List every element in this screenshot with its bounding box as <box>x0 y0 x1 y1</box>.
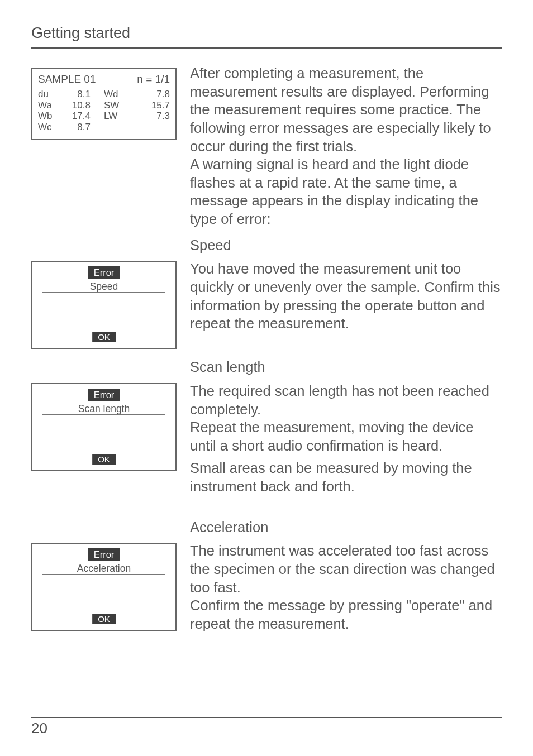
sample-col-value-left: 8.1 10.8 17.4 8.7 <box>60 89 91 132</box>
error-divider <box>42 574 165 575</box>
sample-cell: 17.4 <box>60 111 91 122</box>
sample-col-label-right: Wd SW LW <box>104 89 126 132</box>
page-header-title: Getting started <box>31 25 502 42</box>
sample-display: SAMPLE 01 n = 1/1 du Wa Wb Wc 8.1 10.8 <box>31 68 177 140</box>
error-badge: Error <box>88 266 120 279</box>
row-scanlength-title: Scan length <box>31 352 502 380</box>
sample-cell: du <box>38 89 60 100</box>
sample-cell: 15.7 <box>126 100 170 111</box>
sample-cell: Wb <box>38 111 60 122</box>
sample-grid: du Wa Wb Wc 8.1 10.8 17.4 8.7 <box>38 89 170 132</box>
speed-paragraph: You have moved the measurement unit too … <box>190 260 502 333</box>
sample-cell: 8.7 <box>60 122 91 133</box>
page-number: 20 <box>31 720 47 737</box>
sample-col-value-right: 7.8 15.7 7.3 <box>126 89 170 132</box>
row-acceleration-title: Acceleration <box>31 513 502 540</box>
error-badge: Error <box>88 389 120 401</box>
sample-col-gap <box>91 89 104 132</box>
acceleration-paragraph: The instrument was accelerated too fast … <box>190 542 502 633</box>
sample-cell: Wa <box>38 100 60 111</box>
sample-col-label-left: du Wa Wb Wc <box>38 89 60 132</box>
left-col-speed-dialog: Error Speed OK <box>31 260 177 349</box>
row-intro: SAMPLE 01 n = 1/1 du Wa Wb Wc 8.1 10.8 <box>31 64 502 228</box>
row-speed: Error Speed OK You have moved the measur… <box>31 260 502 349</box>
sample-cell: Wc <box>38 122 60 133</box>
error-type-label: Acceleration <box>32 563 175 575</box>
error-dialog-scanlength: Error Scan length OK <box>31 383 177 471</box>
footer-rule <box>31 717 502 718</box>
ok-badge: OK <box>92 614 116 624</box>
scan-length-title: Scan length <box>190 358 502 376</box>
sample-title: SAMPLE 01 <box>38 73 96 85</box>
sample-cell: 7.3 <box>126 111 170 122</box>
intro-paragraph: After completing a measurement, the meas… <box>190 64 502 228</box>
error-divider <box>42 292 165 293</box>
sample-cell: 8.1 <box>60 89 91 100</box>
sample-title-row: SAMPLE 01 n = 1/1 <box>38 73 170 85</box>
scan-length-paragraph-1: The required scan length has not been re… <box>190 382 502 455</box>
error-dialog-speed: Error Speed OK <box>31 261 177 349</box>
error-type-label: Speed <box>32 281 175 293</box>
sample-cell: LW <box>104 111 126 122</box>
page: Getting started SAMPLE 01 n = 1/1 du Wa … <box>0 0 533 756</box>
row-speed-title: Speed <box>31 231 502 258</box>
sample-cell: 10.8 <box>60 100 91 111</box>
content-area: SAMPLE 01 n = 1/1 du Wa Wb Wc 8.1 10.8 <box>31 64 502 633</box>
ok-badge: OK <box>92 454 116 465</box>
scan-length-paragraphs: The required scan length has not been re… <box>190 382 502 496</box>
sample-cell: SW <box>104 100 126 111</box>
sample-n-label: n = 1/1 <box>137 73 170 85</box>
row-scanlength: Error Scan length OK The required scan l… <box>31 382 502 496</box>
left-col-sample: SAMPLE 01 n = 1/1 du Wa Wb Wc 8.1 10.8 <box>31 64 177 140</box>
scan-length-paragraph-2: Small areas can be measured by moving th… <box>190 459 502 495</box>
sample-cell: Wd <box>104 89 126 100</box>
sample-cell: 7.8 <box>126 89 170 100</box>
acceleration-title: Acceleration <box>190 518 502 537</box>
spacer <box>190 454 502 459</box>
error-dialog-acceleration: Error Acceleration OK <box>31 543 177 631</box>
left-col-acceleration-dialog: Error Acceleration OK <box>31 542 177 631</box>
error-badge: Error <box>88 548 120 561</box>
left-col-scanlength-dialog: Error Scan length OK <box>31 382 177 471</box>
error-divider <box>42 414 165 415</box>
speed-title: Speed <box>190 236 502 255</box>
header-rule <box>31 47 502 49</box>
row-acceleration: Error Acceleration OK The instrument was… <box>31 542 502 633</box>
error-type-label: Scan length <box>32 403 175 415</box>
ok-badge: OK <box>92 332 116 342</box>
